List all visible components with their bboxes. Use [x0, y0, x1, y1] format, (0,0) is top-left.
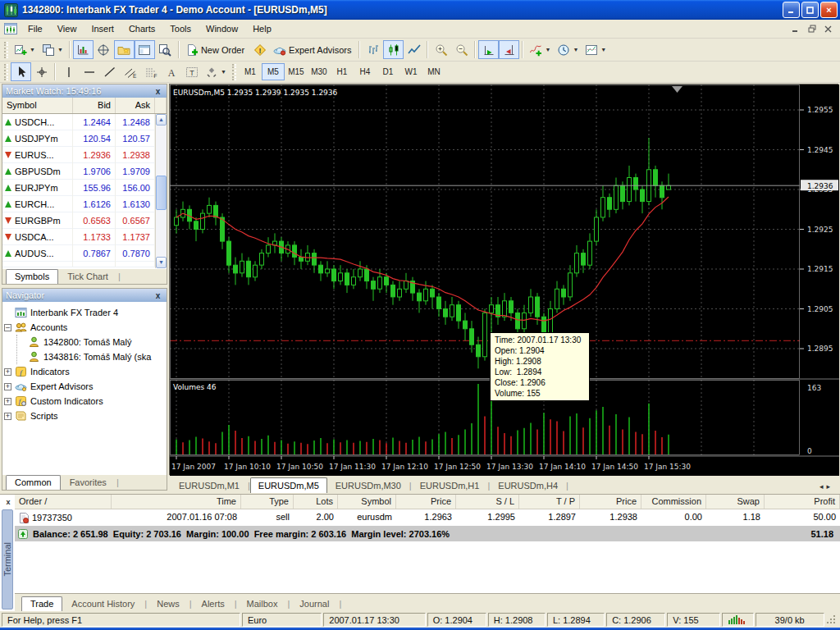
- orders-column-5[interactable]: Price: [396, 495, 456, 509]
- orders-column-10[interactable]: Swap: [706, 495, 765, 509]
- terminal-tab-news[interactable]: News: [148, 596, 189, 611]
- menu-window[interactable]: Window: [199, 21, 245, 36]
- chart-tab-eurusdm-h1[interactable]: EURUSDm,H1: [412, 477, 488, 493]
- column-symbol[interactable]: Symbol: [2, 98, 73, 113]
- chart-bars-button[interactable]: [363, 40, 383, 59]
- zoom-in-button[interactable]: [431, 40, 451, 59]
- navigator-account-item[interactable]: 1342800: Tomáš Malý: [17, 335, 165, 349]
- terminal-tab-trade[interactable]: Trade: [21, 596, 62, 611]
- period-h4-button[interactable]: H4: [354, 63, 377, 80]
- orders-column-9[interactable]: Commission: [641, 495, 706, 509]
- market-watch-scrollbar[interactable]: ▲ ▼: [155, 114, 167, 268]
- toolbar-grip[interactable]: [232, 64, 236, 80]
- dropdown-arrow-icon[interactable]: ▼: [30, 48, 35, 52]
- navigator-toggle-button[interactable]: [114, 40, 135, 59]
- orders-column-11[interactable]: Profit: [765, 495, 840, 509]
- crosshair-button[interactable]: [31, 62, 52, 81]
- menu-charts[interactable]: Charts: [121, 21, 162, 36]
- orders-column-6[interactable]: S / L: [456, 495, 519, 509]
- market-watch-row-eurgbpm[interactable]: EURGBPm0.65630.6567: [2, 212, 167, 229]
- orders-column-0[interactable]: Order /: [15, 495, 112, 509]
- market-watch-tab-symbols[interactable]: Symbols: [6, 269, 58, 284]
- chart-tab-eurusdm-m30[interactable]: EURUSDm,M30: [327, 477, 409, 493]
- orders-column-2[interactable]: Type: [241, 495, 294, 509]
- metaquotes-button[interactable]: !: [249, 40, 270, 59]
- dropdown-arrow-icon[interactable]: ▼: [600, 48, 606, 52]
- tree-expand-icon[interactable]: +: [4, 368, 11, 376]
- mdi-close-button[interactable]: [821, 23, 835, 35]
- terminal-close-icon[interactable]: x: [3, 497, 13, 507]
- terminal-toggle-button[interactable]: [135, 40, 155, 59]
- period-m15-button[interactable]: M15: [285, 63, 308, 80]
- column-ask[interactable]: Ask: [116, 98, 155, 113]
- menu-help[interactable]: Help: [245, 21, 279, 36]
- market-watch-row-eurch[interactable]: EURCH...1.61261.6130: [2, 196, 167, 212]
- market-watch-row-gbpjpy[interactable]: GBPJPY...237.54237.65: [2, 262, 167, 267]
- chart-line-button[interactable]: [404, 40, 424, 59]
- dropdown-arrow-icon[interactable]: ▼: [545, 48, 550, 52]
- templates-button[interactable]: ▼: [582, 40, 609, 59]
- market-watch-toggle-button[interactable]: [73, 40, 94, 59]
- mdi-restore-button[interactable]: [805, 23, 819, 35]
- period-selector-button[interactable]: ▼: [554, 40, 582, 59]
- tree-expand-icon[interactable]: +: [4, 398, 11, 405]
- market-watch-tab-tick-chart[interactable]: Tick Chart: [58, 269, 117, 284]
- toolbar-grip[interactable]: [4, 64, 8, 80]
- dropdown-arrow-icon[interactable]: ▼: [57, 48, 63, 52]
- horizontal-line-button[interactable]: [79, 62, 99, 81]
- menu-tools[interactable]: Tools: [162, 21, 199, 36]
- terminal-tab-alerts[interactable]: Alerts: [193, 596, 234, 611]
- scroll-down-icon[interactable]: ▼: [156, 257, 167, 268]
- price-chart[interactable]: 1.29551.29451.29351.29251.29151.29051.28…: [169, 84, 838, 475]
- period-h1-button[interactable]: H1: [331, 63, 354, 80]
- scroll-up-icon[interactable]: ▲: [156, 114, 167, 126]
- maximize-button[interactable]: [801, 2, 819, 18]
- navigator-item-indicators[interactable]: +fIndicators: [4, 364, 165, 379]
- indicators-button[interactable]: ▼: [526, 40, 554, 59]
- resize-grip[interactable]: [826, 614, 839, 627]
- market-watch-row-audus[interactable]: AUDUS...0.78670.7870: [2, 245, 167, 262]
- tree-collapse-icon[interactable]: –: [4, 324, 11, 331]
- period-w1-button[interactable]: W1: [399, 63, 422, 80]
- new-order-button[interactable]: New Order: [182, 40, 249, 59]
- data-window-button[interactable]: [94, 40, 114, 59]
- menu-view[interactable]: View: [50, 21, 84, 36]
- orders-column-7[interactable]: T / P: [519, 495, 580, 509]
- fibonacci-button[interactable]: F: [140, 62, 161, 81]
- expert-advisors-button[interactable]: Expert Advisors: [270, 40, 356, 59]
- cursor-button[interactable]: [11, 62, 31, 81]
- period-m30-button[interactable]: M30: [308, 63, 331, 80]
- scrollbar-thumb[interactable]: [156, 176, 167, 210]
- zoom-out-button[interactable]: [451, 40, 472, 59]
- chart-shift-button[interactable]: [499, 40, 519, 59]
- terminal-tab-account-history[interactable]: Account History: [62, 596, 144, 611]
- mdi-minimize-button[interactable]: [788, 23, 802, 35]
- minimize-button[interactable]: [783, 2, 800, 18]
- dropdown-arrow-icon[interactable]: ▼: [221, 70, 226, 75]
- text-button[interactable]: A: [161, 62, 181, 81]
- dropdown-arrow-icon[interactable]: ▼: [573, 48, 578, 52]
- close-button[interactable]: ×: [820, 2, 838, 18]
- orders-column-3[interactable]: Lots: [294, 495, 338, 509]
- market-watch-row-usdch[interactable]: USDCH...1.24641.2468: [2, 114, 167, 130]
- terminal-side-tab[interactable]: Terminal: [2, 509, 13, 609]
- chart-tab-eurusdm-m1[interactable]: EURUSDm,M1: [171, 477, 248, 493]
- period-d1-button[interactable]: D1: [377, 63, 399, 80]
- market-watch-row-usdca[interactable]: USDCA...1.17331.1737: [2, 229, 167, 245]
- market-watch-row-gbpusdm[interactable]: GBPUSDm1.97061.9709: [2, 163, 167, 180]
- navigator-item-expert-advisors[interactable]: +Expert Advisors: [4, 379, 165, 394]
- navigator-item-accounts[interactable]: –Accounts: [4, 320, 165, 335]
- market-watch-close-icon[interactable]: x: [153, 86, 163, 97]
- strategy-tester-button[interactable]: [155, 40, 176, 59]
- navigator-tab-common[interactable]: Common: [6, 475, 61, 490]
- arrows-button[interactable]: ▼: [202, 62, 230, 81]
- auto-scroll-button[interactable]: [478, 40, 499, 59]
- navigator-account-item[interactable]: 1343816: Tomáš Malý (ska: [17, 349, 165, 364]
- period-mn-button[interactable]: MN: [422, 63, 445, 80]
- chart-candles-button[interactable]: [383, 40, 404, 59]
- new-chart-button[interactable]: ▼: [11, 40, 39, 59]
- navigator-root[interactable]: Interbank FX Trader 4: [4, 305, 165, 320]
- menu-insert[interactable]: Insert: [84, 21, 121, 36]
- navigator-item-scripts[interactable]: +Scripts: [4, 409, 165, 423]
- menu-file[interactable]: File: [21, 21, 50, 36]
